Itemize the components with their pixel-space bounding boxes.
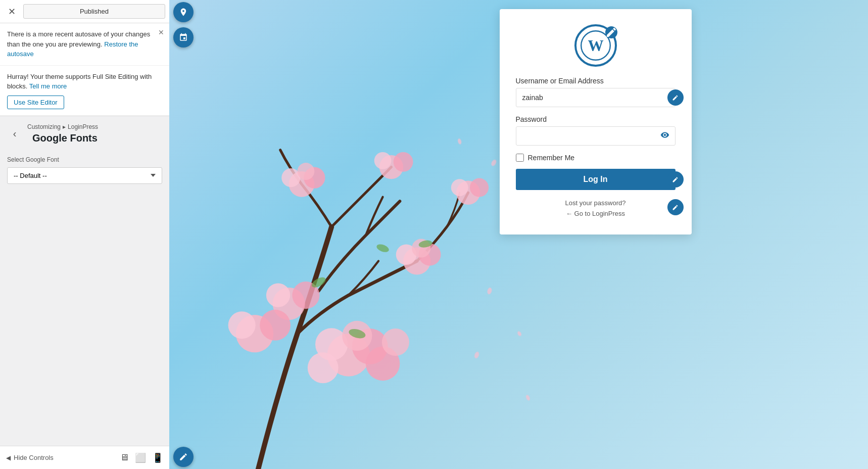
section-title: Google Fonts [27, 132, 98, 144]
view-controls: 🖥 ⬜ 📱 [120, 452, 163, 463]
back-button[interactable]: ‹ [7, 126, 22, 141]
google-font-select[interactable]: -- Default -- Roboto Open Sans Lato Mont… [7, 167, 162, 184]
preview-panel: W Username or Email Address Password [169, 0, 868, 469]
password-toggle-button[interactable] [660, 130, 669, 142]
lost-password-link[interactable]: Lost your password? [516, 199, 676, 207]
tablet-view-button[interactable]: ⬜ [135, 452, 146, 463]
tell-me-more-link[interactable]: Tell me more [29, 82, 67, 90]
customizer-panel: ✕ Published There is a more recent autos… [0, 0, 169, 469]
password-field-group: Password [516, 115, 676, 146]
autosave-notification: There is a more recent autosave of your … [0, 23, 169, 66]
username-label: Username or Email Address [516, 77, 676, 85]
password-label: Password [516, 115, 676, 123]
desktop-icon: 🖥 [120, 452, 129, 463]
form-area: Select Google Font -- Default -- Roboto … [0, 148, 169, 446]
fse-text: Hurray! Your theme supports Full Site Ed… [7, 73, 152, 90]
chevron-left-icon: ◀ [6, 454, 11, 461]
published-button[interactable]: Published [23, 4, 165, 19]
breadcrumb-row: ‹ Customizing ▸ LoginPress Google Fonts [7, 123, 162, 144]
username-input[interactable] [516, 88, 676, 107]
bottom-bar: ◀ Hide Controls 🖥 ⬜ 📱 [0, 446, 169, 469]
svg-text:W: W [588, 37, 603, 55]
font-select-label: Select Google Font [7, 156, 162, 163]
mobile-view-button[interactable]: 📱 [152, 452, 163, 463]
desktop-view-button[interactable]: 🖥 [120, 452, 129, 463]
footer-edit-button[interactable] [667, 199, 684, 215]
bottom-edit-icon[interactable] [173, 447, 194, 467]
dismiss-autosave-button[interactable]: ✕ [158, 28, 164, 36]
login-button[interactable]: Log In [516, 169, 676, 190]
remember-me-label: Remember Me [528, 154, 575, 162]
mobile-icon: 📱 [152, 452, 163, 463]
password-input-wrap [516, 126, 676, 146]
login-footer: Lost your password? ← Go to LoginPress [516, 199, 676, 217]
username-edit-button[interactable] [667, 89, 684, 106]
notifications-area: There is a more recent autosave of your … [0, 23, 169, 116]
tablet-icon: ⬜ [135, 452, 146, 463]
hide-controls-button[interactable]: ◀ Hide Controls [6, 454, 54, 461]
mid-toolbar-icon[interactable] [173, 27, 194, 48]
top-toolbar-icon[interactable] [173, 2, 194, 22]
login-logo-area: W [516, 24, 676, 67]
fse-notification: Hurray! Your theme supports Full Site Ed… [0, 66, 169, 116]
login-button-edit[interactable] [667, 171, 684, 187]
remember-me-row: Remember Me [516, 154, 676, 162]
login-card: W Username or Email Address Password [500, 9, 692, 234]
logo-edit-badge[interactable] [605, 26, 617, 38]
use-site-editor-button[interactable]: Use Site Editor [7, 96, 64, 109]
go-to-loginpress-link[interactable]: ← Go to LoginPress [516, 210, 676, 217]
remember-me-checkbox[interactable] [516, 154, 524, 162]
wp-logo: W [574, 24, 617, 67]
username-field-group: Username or Email Address [516, 77, 676, 107]
top-bar: ✕ Published [0, 0, 169, 23]
section-header: ‹ Customizing ▸ LoginPress Google Fonts [0, 116, 169, 148]
password-input[interactable] [516, 126, 676, 146]
breadcrumb: Customizing ▸ LoginPress [27, 123, 98, 130]
close-button[interactable]: ✕ [4, 4, 19, 19]
login-button-wrap: Log In [516, 169, 676, 190]
